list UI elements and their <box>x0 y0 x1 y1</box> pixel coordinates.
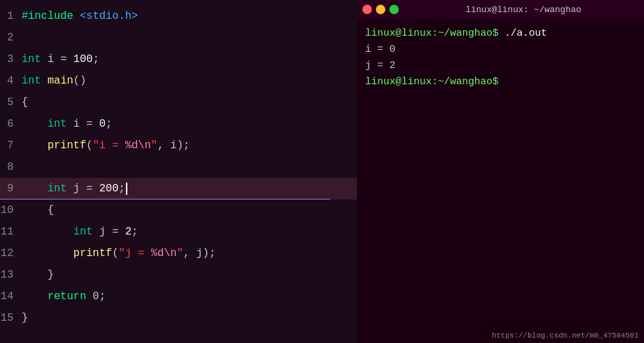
line-content: } <box>19 269 54 281</box>
token <box>22 118 47 130</box>
token: #include <box>22 10 79 22</box>
line-number: 3 <box>0 53 19 65</box>
token: ; <box>93 53 100 65</box>
text-cursor <box>126 183 127 195</box>
token: " <box>176 247 183 259</box>
terminal-titlebar: linux@linux: ~/wanghao <box>357 0 644 19</box>
token: printf <box>73 247 112 259</box>
code-line: 12 printf("j = %d\n", j); <box>0 243 357 264</box>
token: int <box>47 183 67 195</box>
token: ; <box>119 183 125 195</box>
token: { <box>22 96 28 108</box>
code-line: 5{ <box>0 92 357 113</box>
token: } <box>22 269 54 281</box>
line-number: 4 <box>0 75 19 87</box>
line-number: 10 <box>0 204 19 216</box>
line-content: int i = 100; <box>19 53 99 65</box>
code-line: 9 int j = 200; <box>0 178 357 199</box>
line-number: 5 <box>0 96 19 108</box>
terminal-prompt: linux@linux:~/wanghao$ <box>365 28 505 39</box>
terminal-window[interactable]: linux@linux: ~/wanghao linux@linux:~/wan… <box>357 0 644 343</box>
token: ; <box>131 226 138 238</box>
code-line: 3int i = 100; <box>0 49 357 70</box>
token <box>22 226 73 238</box>
line-content: int j = 2; <box>19 226 138 238</box>
code-line: 13 } <box>0 264 357 286</box>
token: i = <box>41 53 73 65</box>
token <box>22 290 47 303</box>
terminal-line: linux@linux:~/wanghao$ ./a.out <box>365 26 636 42</box>
line-number: 8 <box>0 161 19 173</box>
line-content: { <box>19 204 54 216</box>
line-number: 12 <box>0 247 19 259</box>
line-content: printf("i = %d\n", i); <box>19 139 190 152</box>
line-number: 14 <box>0 290 19 303</box>
token: ; <box>106 118 112 130</box>
terminal-line: j = 2 <box>365 58 636 74</box>
token: 0 <box>99 118 106 130</box>
line-content: { <box>19 96 28 108</box>
code-line: 6 int i = 0; <box>0 113 357 135</box>
line-number: 15 <box>0 312 19 324</box>
terminal-line: linux@linux:~/wanghao$ <box>365 74 636 90</box>
line-content: int j = 200; <box>19 183 127 195</box>
line-content: printf("j = %d\n", j); <box>19 247 216 259</box>
line-content: return 0; <box>19 290 106 303</box>
line-number: 2 <box>0 32 19 44</box>
token: "i = <box>93 139 125 152</box>
line-number: 9 <box>0 183 19 195</box>
line-number: 11 <box>0 226 19 238</box>
terminal-command: ./a.out <box>505 28 547 39</box>
code-line: 15} <box>0 307 357 329</box>
token: { <box>22 204 54 216</box>
close-icon[interactable] <box>362 5 372 14</box>
line-number: 13 <box>0 269 19 281</box>
token: i = <box>67 118 99 130</box>
token: int <box>22 53 41 65</box>
token <box>41 75 48 87</box>
footer-url: https://blog.csdn.net/m0_47584501 <box>492 332 639 340</box>
code-line: 11 int j = 2; <box>0 221 357 243</box>
terminal-line: i = 0 <box>365 42 636 58</box>
token: " <box>151 139 158 152</box>
token <box>22 139 47 152</box>
token: , i); <box>158 139 190 152</box>
token: 100 <box>73 53 93 65</box>
terminal-prompt: linux@linux:~/wanghao$ <box>365 76 498 88</box>
code-lines: 1#include <stdio.h>23int i = 100;4int ma… <box>0 0 357 343</box>
token: ( <box>86 139 93 152</box>
token: main <box>47 75 73 87</box>
token: 200 <box>99 183 119 195</box>
token: %d\n <box>125 139 151 152</box>
token: %d\n <box>151 247 176 259</box>
token <box>22 183 47 195</box>
terminal-footer: https://blog.csdn.net/m0_47584501 <box>357 328 644 343</box>
token: int <box>47 118 67 130</box>
code-line: 7 printf("i = %d\n", i); <box>0 135 357 156</box>
maximize-icon[interactable] <box>389 5 399 14</box>
token: } <box>22 312 28 324</box>
token: return <box>47 290 86 303</box>
token: 0; <box>86 290 106 303</box>
minimize-icon[interactable] <box>376 5 385 14</box>
line-content: int i = 0; <box>19 118 112 130</box>
token: , j); <box>183 247 216 259</box>
code-line: 14 return 0; <box>0 286 357 307</box>
terminal-title: linux@linux: ~/wanghao <box>408 5 639 15</box>
code-line: 10 { <box>0 199 357 221</box>
terminal-body[interactable]: linux@linux:~/wanghao$ ./a.outi = 0j = 2… <box>357 19 644 328</box>
token: int <box>22 75 41 87</box>
token <box>22 247 73 259</box>
code-line: 2 <box>0 27 357 49</box>
token: 2 <box>125 226 132 238</box>
line-number: 7 <box>0 139 19 152</box>
code-line: 8 <box>0 156 357 178</box>
token: "j = <box>119 247 151 259</box>
line-content: } <box>19 312 28 324</box>
token: j = <box>93 226 125 238</box>
code-line: 4int main() <box>0 70 357 92</box>
token: int <box>73 226 93 238</box>
code-editor[interactable]: 1#include <stdio.h>23int i = 100;4int ma… <box>0 0 357 343</box>
line-content: #include <stdio.h> <box>19 10 138 22</box>
token: printf <box>47 139 86 152</box>
